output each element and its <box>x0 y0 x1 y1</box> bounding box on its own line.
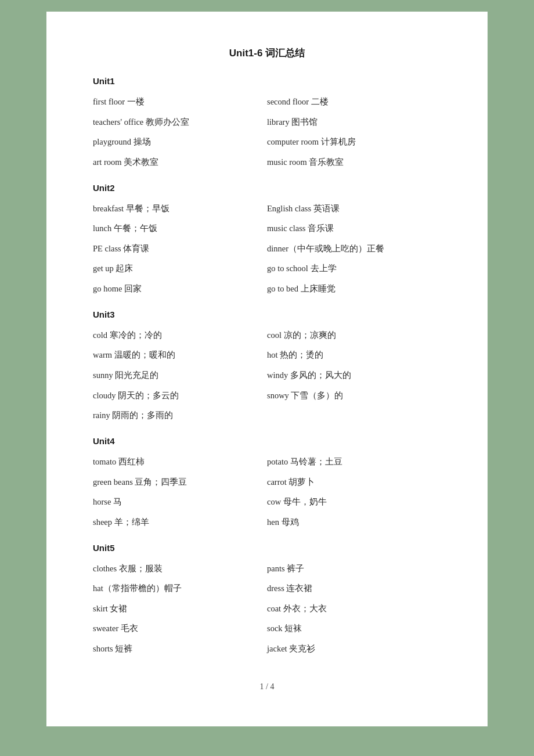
vocab-left-unit1-1: teachers' office 教师办公室 <box>93 112 267 132</box>
vocab-right-unit2-0: English class 英语课 <box>267 199 441 219</box>
page-title: Unit1-6 词汇总结 <box>93 46 441 60</box>
vocab-right-unit5-4: jacket 夹克衫 <box>267 639 441 659</box>
vocab-left-unit1-0: first floor 一楼 <box>93 92 267 112</box>
vocab-right-unit5-3: sock 短袜 <box>267 618 441 639</box>
page-container: Unit1-6 词汇总结 Unit1first floor 一楼second f… <box>46 12 488 726</box>
vocab-right-unit1-0: second floor 二楼 <box>267 92 441 112</box>
vocab-left-unit2-4: go home 回家 <box>93 279 267 299</box>
vocab-left-unit2-2: PE class 体育课 <box>93 239 267 259</box>
vocab-left-unit5-3: sweater 毛衣 <box>93 618 267 639</box>
vocab-right-unit3-2: windy 多风的；风大的 <box>267 365 441 386</box>
vocab-right-unit5-2: coat 外衣；大衣 <box>267 599 441 619</box>
vocab-left-unit5-0: clothes 衣服；服装 <box>93 559 267 579</box>
vocab-right-unit3-4 <box>267 405 441 426</box>
vocab-right-unit1-2: computer room 计算机房 <box>267 132 441 152</box>
vocab-left-unit4-2: horse 马 <box>93 492 267 512</box>
unit-section-unit4: Unit4tomato 西红柿potato 马铃薯；土豆green beans … <box>93 436 441 532</box>
vocab-grid-unit3: cold 寒冷的；冷的cool 凉的；凉爽的warm 温暖的；暖和的hot 热的… <box>93 325 441 426</box>
vocab-right-unit4-2: cow 母牛，奶牛 <box>267 492 441 512</box>
vocab-right-unit3-0: cool 凉的；凉爽的 <box>267 325 441 345</box>
unit-heading-unit5: Unit5 <box>93 543 441 553</box>
vocab-left-unit1-2: playground 操场 <box>93 132 267 152</box>
vocab-left-unit3-2: sunny 阳光充足的 <box>93 365 267 386</box>
unit-section-unit1: Unit1first floor 一楼second floor 二楼teache… <box>93 76 441 172</box>
vocab-left-unit3-0: cold 寒冷的；冷的 <box>93 325 267 345</box>
unit-heading-unit2: Unit2 <box>93 183 441 193</box>
page-footer: 1 / 4 <box>93 682 441 692</box>
vocab-right-unit1-3: music room 音乐教室 <box>267 152 441 172</box>
vocab-right-unit4-0: potato 马铃薯；土豆 <box>267 452 441 472</box>
unit-heading-unit1: Unit1 <box>93 76 441 86</box>
unit-heading-unit4: Unit4 <box>93 436 441 446</box>
vocab-right-unit5-1: dress 连衣裙 <box>267 578 441 599</box>
vocab-grid-unit5: clothes 衣服；服装pants 裤子hat（常指带檐的）帽子dress 连… <box>93 559 441 659</box>
vocab-right-unit4-3: hen 母鸡 <box>267 512 441 532</box>
vocab-left-unit2-3: get up 起床 <box>93 258 267 279</box>
vocab-left-unit3-3: cloudy 阴天的；多云的 <box>93 386 267 406</box>
vocab-left-unit5-4: shorts 短裤 <box>93 639 267 659</box>
units-container: Unit1first floor 一楼second floor 二楼teache… <box>93 76 441 659</box>
unit-section-unit2: Unit2breakfast 早餐；早饭English class 英语课lun… <box>93 183 441 299</box>
vocab-left-unit3-4: rainy 阴雨的；多雨的 <box>93 405 267 426</box>
vocab-left-unit2-1: lunch 午餐；午饭 <box>93 218 267 239</box>
vocab-left-unit4-3: sheep 羊；绵羊 <box>93 512 267 532</box>
unit-section-unit3: Unit3cold 寒冷的；冷的cool 凉的；凉爽的warm 温暖的；暖和的h… <box>93 309 441 426</box>
vocab-left-unit3-1: warm 温暖的；暖和的 <box>93 345 267 365</box>
vocab-left-unit1-3: art room 美术教室 <box>93 152 267 172</box>
vocab-right-unit2-1: music class 音乐课 <box>267 218 441 239</box>
vocab-right-unit2-4: go to bed 上床睡觉 <box>267 279 441 299</box>
vocab-right-unit1-1: library 图书馆 <box>267 112 441 132</box>
vocab-grid-unit1: first floor 一楼second floor 二楼teachers' o… <box>93 92 441 172</box>
vocab-right-unit3-3: snowy 下雪（多）的 <box>267 386 441 406</box>
unit-section-unit5: Unit5clothes 衣服；服装pants 裤子hat（常指带檐的）帽子dr… <box>93 543 441 659</box>
vocab-right-unit4-1: carrot 胡萝卜 <box>267 472 441 492</box>
unit-heading-unit3: Unit3 <box>93 309 441 319</box>
vocab-right-unit2-3: go to school 去上学 <box>267 258 441 279</box>
vocab-left-unit4-0: tomato 西红柿 <box>93 452 267 472</box>
vocab-right-unit5-0: pants 裤子 <box>267 559 441 579</box>
vocab-left-unit5-1: hat（常指带檐的）帽子 <box>93 578 267 599</box>
vocab-left-unit2-0: breakfast 早餐；早饭 <box>93 199 267 219</box>
vocab-left-unit5-2: skirt 女裙 <box>93 599 267 619</box>
vocab-grid-unit4: tomato 西红柿potato 马铃薯；土豆green beans 豆角；四季… <box>93 452 441 532</box>
vocab-right-unit3-1: hot 热的；烫的 <box>267 345 441 365</box>
vocab-right-unit2-2: dinner（中午或晚上吃的）正餐 <box>267 239 441 259</box>
vocab-left-unit4-1: green beans 豆角；四季豆 <box>93 472 267 492</box>
vocab-grid-unit2: breakfast 早餐；早饭English class 英语课lunch 午餐… <box>93 199 441 299</box>
